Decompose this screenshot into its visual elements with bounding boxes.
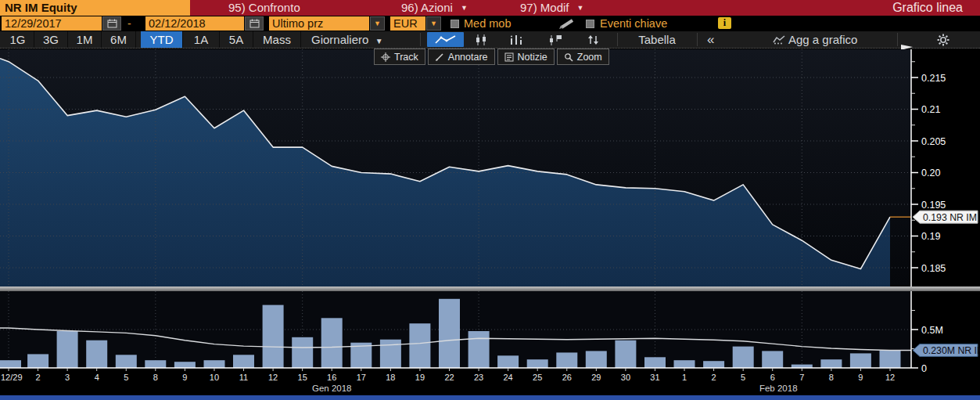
chart-toolbar: 1G 3G 1M 6M YTD 1A 5A Mass Giornaliero ▼… xyxy=(0,31,980,49)
info-icon[interactable]: i xyxy=(718,17,731,29)
svg-text:7: 7 xyxy=(799,373,804,382)
volume-axis-labels: 0.5M0 xyxy=(911,311,943,374)
svg-text:0.230M NR IM: 0.230M NR IM xyxy=(923,345,980,356)
svg-text:19: 19 xyxy=(415,373,425,382)
menu-azioni[interactable]: 96) Azioni▼ xyxy=(401,0,468,16)
chevron-down-icon: ▼ xyxy=(461,4,468,12)
med-mob-label: Med mob xyxy=(464,16,511,31)
svg-text:8: 8 xyxy=(153,373,158,382)
date-to-field[interactable]: 02/12/2018 xyxy=(145,16,244,31)
svg-text:0.195: 0.195 xyxy=(921,200,946,211)
menu-confronto[interactable]: 95) Confronto xyxy=(228,0,300,16)
date-from-field[interactable]: 12/29/2017 xyxy=(2,16,102,31)
svg-text:10: 10 xyxy=(210,373,219,382)
track-button[interactable]: Track xyxy=(374,49,425,65)
svg-text:24: 24 xyxy=(504,373,513,382)
tab-period-5a[interactable]: 5A xyxy=(220,31,253,48)
tab-period-ytd[interactable]: YTD xyxy=(141,31,183,48)
pane-divider[interactable] xyxy=(0,286,980,291)
med-mob-checkbox[interactable] xyxy=(451,20,459,28)
price-field-dropdown-icon[interactable]: ▼ xyxy=(370,16,385,31)
currency-dropdown-icon[interactable]: ▼ xyxy=(426,16,441,31)
tab-period-1g[interactable]: 1G xyxy=(2,31,34,48)
tab-period-1a[interactable]: 1A xyxy=(183,31,220,48)
svg-text:Feb 2018: Feb 2018 xyxy=(759,384,798,393)
calendar-icon[interactable] xyxy=(245,16,264,31)
eventi-chiave-label: Eventi chiave xyxy=(600,16,667,31)
svg-text:0.20: 0.20 xyxy=(921,168,940,178)
svg-text:25: 25 xyxy=(533,373,542,382)
svg-text:1: 1 xyxy=(682,373,687,382)
eventi-chiave-checkbox[interactable] xyxy=(586,20,594,28)
svg-text:2: 2 xyxy=(36,373,41,382)
security-ticker[interactable]: NR IM Equity xyxy=(0,0,190,16)
svg-text:0.193 NR IM: 0.193 NR IM xyxy=(923,212,977,223)
tab-period-6m[interactable]: 6M xyxy=(102,31,136,48)
svg-text:0.185: 0.185 xyxy=(921,263,946,274)
price-field-select[interactable]: Ultimo prz xyxy=(269,16,369,31)
last-price-badge: 0.193 NR IM xyxy=(913,211,978,223)
svg-text:23: 23 xyxy=(474,373,483,382)
svg-text:0.205: 0.205 xyxy=(921,136,946,147)
svg-text:22: 22 xyxy=(444,373,454,382)
price-axis-labels: 0.2150.210.2050.200.1950.190.185 xyxy=(911,62,946,274)
controls-bar: 12/29/2017 - 02/12/2018 Ultimo prz ▼ EUR… xyxy=(0,16,980,31)
crosshair-icon xyxy=(381,52,390,62)
frequency-select[interactable]: Giornaliero ▼ xyxy=(311,31,383,48)
svg-text:12: 12 xyxy=(885,373,895,382)
line-chart-type-button[interactable] xyxy=(427,32,464,47)
svg-text:9: 9 xyxy=(182,373,187,382)
calendar-icon[interactable] xyxy=(102,16,121,31)
currency-select[interactable]: EUR xyxy=(390,16,425,31)
date-range-separator: - xyxy=(127,16,131,31)
top-menu-bar: NR IM Equity 95) Confronto 96) Azioni▼ 9… xyxy=(0,0,980,16)
svg-text:16: 16 xyxy=(327,373,336,382)
svg-text:29: 29 xyxy=(591,373,601,382)
annotare-button[interactable]: Annotare xyxy=(428,49,495,65)
volume-bars-icon[interactable] xyxy=(505,32,527,47)
svg-text:0: 0 xyxy=(921,363,927,374)
svg-text:0.21: 0.21 xyxy=(921,104,940,115)
svg-text:0.215: 0.215 xyxy=(921,73,946,84)
notizie-button[interactable]: Notizie xyxy=(497,49,555,65)
tab-period-1m[interactable]: 1M xyxy=(68,31,102,48)
collapse-panel-button[interactable]: « xyxy=(707,31,714,48)
svg-text:30: 30 xyxy=(621,373,630,382)
tab-period-mass[interactable]: Mass xyxy=(253,31,301,48)
svg-text:3: 3 xyxy=(65,373,70,382)
zoom-button[interactable]: Zoom xyxy=(557,49,609,65)
magnifier-icon xyxy=(564,52,573,62)
sort-arrows-icon[interactable] xyxy=(582,32,604,47)
svg-text:15: 15 xyxy=(298,373,307,382)
svg-text:8: 8 xyxy=(829,373,834,382)
agg-a-grafico-button[interactable]: Agg a grafico xyxy=(788,31,857,48)
svg-text:26: 26 xyxy=(562,373,572,382)
svg-text:Gen 2018: Gen 2018 xyxy=(312,384,352,393)
svg-text:9: 9 xyxy=(858,373,863,382)
mini-line-chart-icon xyxy=(771,32,787,47)
svg-text:12/29: 12/29 xyxy=(1,373,23,382)
gear-icon[interactable] xyxy=(934,32,953,47)
screen-title: Grafico linea xyxy=(892,0,963,16)
pencil-icon[interactable] xyxy=(558,18,576,32)
candle-flag-icon[interactable] xyxy=(544,32,566,47)
menu-modif[interactable]: 97) Modif▼ xyxy=(520,0,583,16)
date-axis-labels: 12/2923458910111215161718192223242526293… xyxy=(1,368,895,393)
chevron-down-icon: ▼ xyxy=(577,4,584,12)
tab-period-3g[interactable]: 3G xyxy=(34,31,68,48)
svg-text:5: 5 xyxy=(741,373,745,382)
price-volume-chart[interactable]: 0.2150.210.2050.200.1950.190.1850.5M012/… xyxy=(0,49,980,400)
candlestick-chart-icon[interactable] xyxy=(470,32,492,47)
svg-text:4: 4 xyxy=(95,373,99,382)
svg-text:2: 2 xyxy=(712,373,716,382)
svg-text:6: 6 xyxy=(770,373,775,382)
window-bottom-bar xyxy=(0,395,980,400)
svg-text:12: 12 xyxy=(268,373,278,382)
svg-text:17: 17 xyxy=(357,373,366,382)
svg-text:11: 11 xyxy=(239,373,248,382)
svg-text:5: 5 xyxy=(124,373,128,382)
svg-text:0.19: 0.19 xyxy=(921,231,940,242)
chart-tools: Track Annotare Notizie Zoom xyxy=(374,49,609,65)
tabella-button[interactable]: Tabella xyxy=(626,31,688,48)
svg-text:31: 31 xyxy=(650,373,659,382)
